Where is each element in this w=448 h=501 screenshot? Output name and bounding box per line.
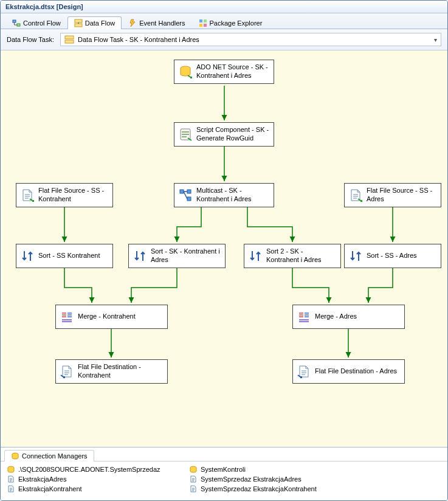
tab-control-flow[interactable]: Control Flow bbox=[5, 16, 67, 29]
file-connection-icon bbox=[7, 475, 15, 483]
package-explorer-icon bbox=[199, 19, 207, 27]
connection-list: .\SQL2008SOURCE.ADONET.SystemSprzedaz Sy… bbox=[1, 461, 447, 497]
svg-rect-1 bbox=[17, 24, 20, 26]
connection-managers-panel: Connection Managers .\SQL2008SOURCE.ADON… bbox=[1, 447, 447, 500]
merge-icon bbox=[60, 309, 74, 324]
connection-item[interactable]: SystemKontroli bbox=[189, 465, 359, 474]
connection-item[interactable]: .\SQL2008SOURCE.ADONET.SystemSprzedaz bbox=[7, 465, 177, 474]
node-label: Script Component - SK - Generate RowGuid bbox=[196, 126, 270, 143]
designer-tabs: Control Flow Data Flow Event Handlers Pa… bbox=[1, 13, 447, 29]
node-label: Flat File Source - SS - Adres bbox=[367, 187, 437, 204]
data-flow-icon bbox=[74, 19, 83, 27]
file-connection-icon bbox=[7, 485, 15, 493]
node-merge-adres[interactable]: Merge - Adres bbox=[292, 305, 405, 329]
node-label: Flat File Destination - Kontrahent bbox=[78, 363, 164, 380]
svg-rect-3 bbox=[75, 24, 82, 27]
node-label: Merge - Kontrahent bbox=[78, 313, 164, 321]
node-flatfile-dest-adres[interactable]: Flat File Destination - Adres bbox=[292, 359, 405, 384]
db-connection-icon bbox=[189, 465, 198, 474]
flat-file-source-icon bbox=[348, 188, 363, 202]
database-source-icon bbox=[178, 64, 193, 79]
connection-label: SystemSprzedaz EkstrakcjaKontrahent bbox=[201, 485, 317, 492]
sort-icon bbox=[133, 249, 147, 263]
svg-rect-17 bbox=[180, 190, 184, 193]
node-label: Flat File Destination - Adres bbox=[315, 367, 401, 376]
task-selector-row: Data Flow Task: Data Flow Task - SK - Ko… bbox=[1, 29, 447, 50]
flat-file-destination-icon bbox=[297, 364, 311, 379]
tab-event-handlers[interactable]: Event Handlers bbox=[122, 16, 191, 29]
sort-icon bbox=[248, 249, 263, 263]
connection-label: SystemKontroli bbox=[201, 466, 246, 473]
connection-item[interactable]: EkstrakcjaAdres bbox=[7, 475, 177, 483]
tab-label: Package Explorer bbox=[210, 19, 263, 27]
sort-icon bbox=[20, 249, 35, 263]
data-flow-task-icon bbox=[64, 35, 74, 44]
file-connection-icon bbox=[189, 475, 198, 483]
data-flow-task-dropdown[interactable]: Data Flow Task - SK - Kontrahent i Adres bbox=[60, 33, 441, 46]
svg-rect-5 bbox=[204, 19, 207, 22]
tab-connection-managers[interactable]: Connection Managers bbox=[4, 450, 94, 461]
tab-label: Control Flow bbox=[23, 19, 61, 27]
bottom-tab-label: Connection Managers bbox=[22, 452, 88, 460]
svg-rect-8 bbox=[65, 36, 74, 39]
connection-item[interactable]: EkstrakcjaKontrahent bbox=[7, 485, 177, 493]
node-label: Multicast - SK - Kontrahent i Adres bbox=[196, 187, 270, 204]
tab-data-flow[interactable]: Data Flow bbox=[67, 16, 122, 29]
connection-label: EkstrakcjaAdres bbox=[18, 475, 66, 483]
node-ado-net-source[interactable]: ADO NET Source - SK - Kontrahent i Adres bbox=[174, 60, 274, 84]
node-sort2-sk[interactable]: Sort 2 - SK - Kontrahent i Adres bbox=[244, 244, 341, 268]
dropdown-value: Data Flow Task - SK - Kontrahent i Adres bbox=[78, 36, 199, 43]
node-flatfile-dest-kontrahent[interactable]: Flat File Destination - Kontrahent bbox=[55, 359, 168, 384]
file-connection-icon bbox=[189, 485, 198, 493]
merge-icon bbox=[297, 309, 311, 324]
node-sort-sk-kontrahent[interactable]: Sort - SK - Kontrahent i Adres bbox=[128, 244, 226, 268]
node-sort-ss-kontrahent[interactable]: Sort - SS Kontrahent bbox=[16, 244, 113, 268]
node-label: Sort - SS - Adres bbox=[367, 252, 437, 260]
window-title: Ekstrakcja.dtsx [Design] bbox=[1, 1, 447, 13]
svg-rect-2 bbox=[75, 19, 82, 22]
svg-rect-0 bbox=[13, 20, 16, 22]
connection-item[interactable]: SystemSprzedaz EkstrakcjaKontrahent bbox=[189, 485, 359, 493]
tab-label: Data Flow bbox=[85, 19, 115, 27]
data-flow-canvas[interactable]: ADO NET Source - SK - Kontrahent i Adres… bbox=[1, 50, 447, 447]
connection-item[interactable]: SystemSprzedaz EkstrakcjaAdres bbox=[189, 475, 359, 483]
node-label: Sort - SK - Kontrahent i Adres bbox=[151, 247, 221, 264]
task-label: Data Flow Task: bbox=[7, 36, 54, 43]
event-handlers-icon bbox=[128, 19, 137, 27]
node-label: Sort - SS Kontrahent bbox=[38, 252, 109, 260]
node-flatfile-source-kontrahent[interactable]: Flat File Source - SS - Kontrahent bbox=[16, 183, 113, 207]
node-sort-ss-adres[interactable]: Sort - SS - Adres bbox=[344, 244, 441, 268]
designer-window: Ekstrakcja.dtsx [Design] Control Flow Da… bbox=[0, 0, 448, 501]
flat-file-destination-icon bbox=[60, 364, 74, 379]
node-merge-kontrahent[interactable]: Merge - Kontrahent bbox=[55, 305, 168, 329]
node-flatfile-source-adres[interactable]: Flat File Source - SS - Adres bbox=[344, 183, 441, 207]
node-label: Flat File Source - SS - Kontrahent bbox=[38, 187, 109, 204]
multicast-icon bbox=[178, 188, 193, 202]
control-flow-icon bbox=[12, 19, 21, 27]
svg-rect-6 bbox=[199, 24, 202, 27]
svg-rect-19 bbox=[187, 197, 191, 201]
sort-icon bbox=[348, 249, 363, 263]
connection-managers-icon bbox=[11, 452, 19, 460]
node-script-component[interactable]: Script Component - SK - Generate RowGuid bbox=[174, 122, 274, 147]
svg-rect-7 bbox=[204, 24, 207, 27]
connection-label: EkstrakcjaKontrahent bbox=[18, 485, 82, 492]
bottom-tabs: Connection Managers bbox=[1, 447, 447, 461]
flat-file-source-icon bbox=[20, 188, 35, 202]
connection-label: SystemSprzedaz EkstrakcjaAdres bbox=[201, 475, 302, 483]
tab-package-explorer[interactable]: Package Explorer bbox=[192, 16, 269, 29]
svg-rect-4 bbox=[199, 19, 202, 22]
node-label: ADO NET Source - SK - Kontrahent i Adres bbox=[196, 63, 270, 80]
node-multicast[interactable]: Multicast - SK - Kontrahent i Adres bbox=[174, 183, 274, 207]
script-icon bbox=[178, 127, 193, 142]
node-label: Merge - Adres bbox=[315, 313, 401, 321]
db-connection-icon bbox=[7, 465, 15, 474]
svg-rect-18 bbox=[187, 190, 191, 193]
tab-label: Event Handlers bbox=[139, 19, 185, 27]
connection-label: .\SQL2008SOURCE.ADONET.SystemSprzedaz bbox=[18, 466, 160, 473]
svg-rect-9 bbox=[65, 40, 74, 43]
node-label: Sort 2 - SK - Kontrahent i Adres bbox=[266, 247, 337, 264]
